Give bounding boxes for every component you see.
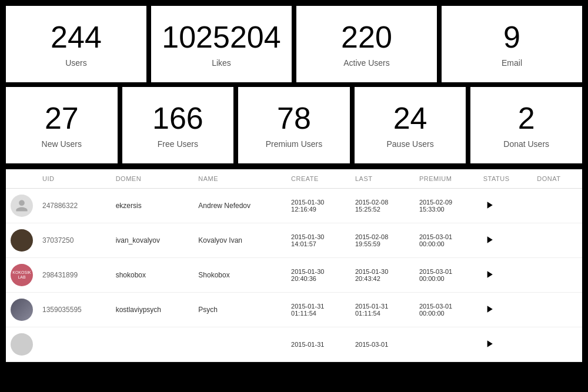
domen-cell: ivan_kovalyov [111,223,194,258]
play-button[interactable] [483,338,495,350]
avatar-cell [6,223,38,258]
stat-card-likes: 1025204 Likes [151,6,292,82]
uid-cell: 1359035595 [38,293,111,327]
name-cell: Andrew Nefedov [193,189,286,223]
stats-row-1: 244 Users 1025204 Likes 220 Active Users… [6,6,582,82]
status-cell[interactable] [479,327,533,362]
stat-label-premium_users: Premium Users [266,139,322,149]
table-row: 1359035595 kostlaviypsych Psych 2015-01-… [6,293,582,327]
col-last: LAST [350,169,415,189]
last-cell: 2015-02-08 15:25:52 [350,189,415,223]
status-cell[interactable] [479,189,533,223]
play-button[interactable] [483,199,495,211]
stat-number-active_users: 220 [341,21,392,54]
stat-number-premium_users: 78 [277,102,311,135]
avatar-cell: KOKOSIKLAB [6,258,38,293]
premium-cell [415,327,479,362]
last-cell: 2015-01-30 20:43:42 [350,258,415,293]
stat-number-new_users: 27 [45,102,79,135]
stat-number-pause_users: 24 [393,102,427,135]
premium-cell: 2015-03-01 00:00:00 [415,258,479,293]
stats-section: 244 Users 1025204 Likes 220 Active Users… [0,0,588,169]
uid-cell: 247886322 [38,189,111,223]
table-container: UIDDOMENNAMECREATELASTPREMIUMSTATUSDONAT… [6,169,582,362]
uid-cell: 298431899 [38,258,111,293]
user-table: UIDDOMENNAMECREATELASTPREMIUMSTATUSDONAT… [6,169,582,362]
stat-number-users: 244 [51,21,102,54]
last-cell: 2015-01-31 01:11:54 [350,293,415,327]
stat-card-users: 244 Users [6,6,146,82]
avatar [11,229,33,252]
avatar: KOKOSIKLAB [11,264,33,286]
col-create: CREATE [286,169,350,189]
avatar [11,333,33,356]
table-row: 2015-01-31 2015-03-01 [6,327,582,362]
stat-label-email: Email [502,58,522,68]
avatar [11,299,33,321]
col-donat: DONAT [532,169,582,189]
status-cell[interactable] [479,293,533,327]
user-table-section: UIDDOMENNAMECREATELASTPREMIUMSTATUSDONAT… [6,169,582,362]
stats-row-2: 27 New Users 166 Free Users 78 Premium U… [6,87,582,163]
col-premium: PREMIUM [415,169,479,189]
status-cell[interactable] [479,223,533,258]
stat-label-likes: Likes [212,58,231,68]
table-row: 37037250 ivan_kovalyov Kovalyov Ivan 201… [6,223,582,258]
create-cell: 2015-01-31 [286,327,350,362]
name-cell: Shokobox [193,258,286,293]
uid-cell: 37037250 [38,223,111,258]
stat-card-new_users: 27 New Users [6,87,118,163]
avatar-cell [6,327,38,362]
premium-cell: 2015-03-01 00:00:00 [415,293,479,327]
create-cell: 2015-01-30 12:16:49 [286,189,350,223]
avatar [11,195,33,217]
play-button[interactable] [483,234,495,246]
table-body: 247886322 ekzersis Andrew Nefedov 2015-0… [6,189,582,362]
stat-number-free_users: 166 [152,102,203,135]
name-cell [193,327,286,362]
donat-cell [532,258,582,293]
stat-label-free_users: Free Users [158,139,198,149]
avatar-cell [6,189,38,223]
status-cell[interactable] [479,258,533,293]
create-cell: 2015-01-30 14:01:57 [286,223,350,258]
table-row: KOKOSIKLAB 298431899 shokobox Shokobox 2… [6,258,582,293]
uid-cell [38,327,111,362]
col-status: STATUS [479,169,533,189]
donat-cell [532,327,582,362]
last-cell: 2015-03-01 [350,327,415,362]
domen-cell: kostlaviypsych [111,293,194,327]
domen-cell [111,327,194,362]
stat-label-donat_users: Donat Users [503,139,549,149]
stat-number-likes: 1025204 [162,21,280,54]
avatar-cell [6,293,38,327]
premium-cell: 2015-02-09 15:33:00 [415,189,479,223]
domen-cell: ekzersis [111,189,194,223]
last-cell: 2015-02-08 19:55:59 [350,223,415,258]
stat-card-donat_users: 2 Donat Users [470,87,582,163]
col-uid: UID [38,169,111,189]
stat-label-pause_users: Pause Users [387,139,434,149]
stat-card-free_users: 166 Free Users [122,87,234,163]
col-domen: DOMEN [111,169,194,189]
stat-label-new_users: New Users [42,139,82,149]
col-name: NAME [193,169,286,189]
stat-number-email: 9 [503,21,520,54]
donat-cell [532,189,582,223]
stat-label-active_users: Active Users [343,58,390,68]
col-avatar [6,169,38,189]
stat-card-email: 9 Email [442,6,582,82]
stat-card-pause_users: 24 Pause Users [355,87,466,163]
table-row: 247886322 ekzersis Andrew Nefedov 2015-0… [6,189,582,223]
play-button[interactable] [483,269,495,280]
premium-cell: 2015-03-01 00:00:00 [415,223,479,258]
donat-cell [532,293,582,327]
create-cell: 2015-01-30 20:40:36 [286,258,350,293]
domen-cell: shokobox [111,258,194,293]
stat-number-donat_users: 2 [518,102,535,135]
create-cell: 2015-01-31 01:11:54 [286,293,350,327]
table-header: UIDDOMENNAMECREATELASTPREMIUMSTATUSDONAT [6,169,582,189]
play-button[interactable] [483,303,495,315]
name-cell: Psych [193,293,286,327]
stat-card-premium_users: 78 Premium Users [238,87,350,163]
